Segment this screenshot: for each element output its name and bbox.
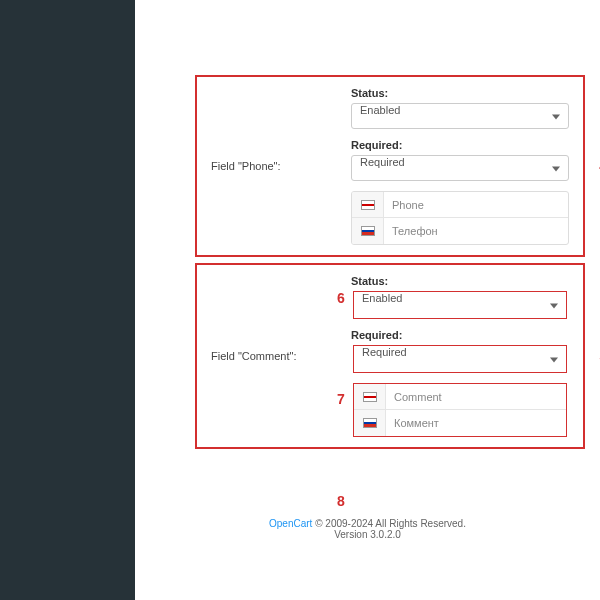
annotation-7: 7: [337, 391, 345, 407]
status-label: Status:: [351, 275, 569, 287]
required-value: Required: [360, 156, 405, 168]
status-select[interactable]: Enabled: [351, 103, 569, 129]
required-label: Required:: [351, 329, 569, 341]
lang-row-ru: Коммент: [354, 410, 566, 436]
required-value: Required: [362, 346, 407, 358]
field-comment-title: Field "Comment":: [211, 275, 351, 437]
lang-row-en: Phone: [352, 192, 568, 218]
flag-en-icon: [363, 392, 377, 402]
main-content: Field "Phone": Status: Enabled Required:…: [135, 0, 600, 600]
required-label: Required:: [351, 139, 569, 151]
lang-row-ru: Телефон: [352, 218, 568, 244]
status-label: Status:: [351, 87, 569, 99]
lang-inputs: Comment Коммент: [354, 384, 566, 436]
required-select[interactable]: Required: [351, 155, 569, 181]
lang-input-ru[interactable]: Коммент: [386, 417, 566, 429]
version-text: Version 3.0.2.0: [334, 529, 401, 540]
field-phone-title: Field "Phone":: [211, 87, 351, 245]
footer: OpenCart © 2009-2024 All Rights Reserved…: [135, 518, 600, 540]
admin-sidebar: [0, 0, 135, 600]
lang-input-en[interactable]: Comment: [386, 391, 566, 403]
status-value: Enabled: [362, 292, 402, 304]
flag-en-icon: [361, 200, 375, 210]
lang-input-en[interactable]: Phone: [384, 199, 568, 211]
flag-ru-icon: [363, 418, 377, 428]
opencart-link[interactable]: OpenCart: [269, 518, 312, 529]
status-value: Enabled: [360, 104, 400, 116]
flag-ru-icon: [361, 226, 375, 236]
annotation-6: 6: [337, 290, 345, 306]
lang-row-en: Comment: [354, 384, 566, 410]
annotation-8: 8: [337, 493, 345, 509]
field-phone-section: Field "Phone": Status: Enabled Required:…: [195, 75, 585, 257]
copyright-text: © 2009-2024 All Rights Reserved.: [312, 518, 466, 529]
status-select[interactable]: Enabled: [354, 292, 566, 318]
required-select[interactable]: Required: [354, 346, 566, 372]
lang-inputs: Phone Телефон: [351, 191, 569, 245]
lang-input-ru[interactable]: Телефон: [384, 225, 568, 237]
field-comment-section: Field "Comment": Status: Enabled 6 Requi…: [195, 263, 585, 449]
